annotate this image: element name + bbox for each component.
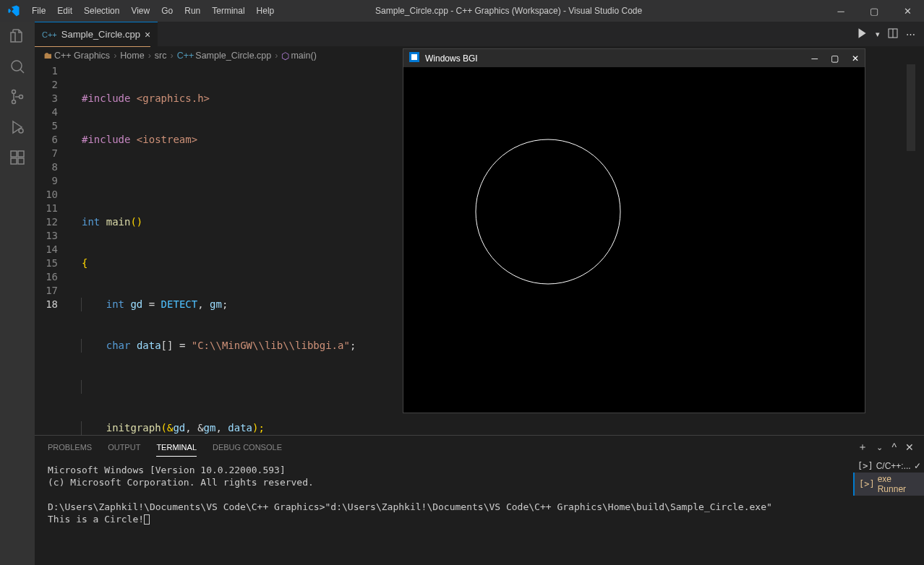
drawn-circle xyxy=(476,139,620,284)
svg-rect-5 xyxy=(11,151,17,157)
breadcrumb-item[interactable]: C++ Graphics xyxy=(54,51,110,61)
window-title: Sample_Circle.cpp - C++ Graphics (Worksp… xyxy=(193,6,824,16)
svg-point-1 xyxy=(12,90,16,94)
breadcrumb-item[interactable]: Sample_Circle.cpp xyxy=(195,51,271,61)
terminal-shell-icon: [>] xyxy=(857,461,873,471)
terminal-item-exe-runner[interactable]: [>] exe Runner xyxy=(853,473,924,496)
terminal-list: [>] C/C++:... ✓ [>] exe Runner xyxy=(853,460,924,496)
terminal-output[interactable]: Microsoft Windows [Version 10.0.22000.59… xyxy=(35,460,924,530)
svg-rect-8 xyxy=(18,151,24,157)
terminal-item-label: exe Runner xyxy=(878,474,920,494)
function-icon: ⬡ xyxy=(281,51,289,61)
svg-point-0 xyxy=(12,61,22,71)
window-maximize-button[interactable]: ▢ xyxy=(857,0,891,22)
breadcrumb-item[interactable]: src xyxy=(155,51,167,61)
menu-view[interactable]: View xyxy=(125,6,155,16)
split-editor-icon[interactable] xyxy=(887,27,899,41)
svg-point-3 xyxy=(20,95,23,99)
bgi-close-button[interactable]: ✕ xyxy=(852,53,859,64)
tab-label: Sample_Circle.cpp xyxy=(61,29,140,40)
terminal-shell-icon: [>] xyxy=(859,479,875,489)
bgi-title-label: Windows BGI xyxy=(425,53,478,64)
terminal-cursor xyxy=(144,514,150,525)
line-numbers: 123456789101112131415161718 xyxy=(35,64,71,311)
new-terminal-icon[interactable]: ＋ xyxy=(857,441,868,454)
tab-close-icon[interactable]: × xyxy=(145,29,150,40)
breadcrumb-item[interactable]: Home xyxy=(120,51,144,61)
breadcrumbs[interactable]: 🖿 C++ Graphics › Home › src › C++ Sample… xyxy=(43,47,317,64)
titlebar: File Edit Selection View Go Run Terminal… xyxy=(0,0,924,22)
terminal-dropdown-icon[interactable]: ⌄ xyxy=(876,443,883,452)
cpp-file-icon: C++ xyxy=(177,51,194,61)
menu-file[interactable]: File xyxy=(26,6,51,16)
panel-tabs: PROBLEMS OUTPUT TERMINAL DEBUG CONSOLE ＋… xyxy=(35,436,924,460)
run-debug-icon[interactable] xyxy=(9,118,26,136)
svg-rect-11 xyxy=(411,54,417,60)
breadcrumb-item[interactable]: main() xyxy=(291,51,316,61)
terminal-item-label: C/C++:... xyxy=(876,461,911,471)
run-play-icon[interactable] xyxy=(855,27,868,42)
bgi-app-icon xyxy=(409,52,419,64)
cpp-file-icon: C++ xyxy=(42,30,57,39)
search-icon[interactable] xyxy=(9,58,26,75)
minimap[interactable] xyxy=(910,64,915,310)
tab-sample-circle[interactable]: C++ Sample_Circle.cpp × xyxy=(35,22,158,46)
bgi-minimize-button[interactable]: ─ xyxy=(811,53,818,64)
svg-point-2 xyxy=(12,100,16,104)
svg-rect-6 xyxy=(11,158,17,164)
run-dropdown-icon[interactable]: ▾ xyxy=(876,30,880,39)
terminal-item-cpp[interactable]: [>] C/C++:... ✓ xyxy=(853,460,924,473)
bgi-canvas xyxy=(403,67,865,413)
menu-go[interactable]: Go xyxy=(155,6,179,16)
activity-bar xyxy=(0,22,35,565)
check-icon: ✓ xyxy=(914,461,921,471)
extensions-icon[interactable] xyxy=(9,149,26,166)
window-minimize-button[interactable]: ─ xyxy=(824,0,857,22)
tab-output[interactable]: OUTPUT xyxy=(108,443,140,452)
menu-edit[interactable]: Edit xyxy=(51,6,78,16)
minimap-slider[interactable] xyxy=(907,64,915,151)
editor-tabs: C++ Sample_Circle.cpp × ▾ ⋯ xyxy=(35,22,924,47)
bottom-panel: PROBLEMS OUTPUT TERMINAL DEBUG CONSOLE ＋… xyxy=(35,435,924,565)
bgi-window[interactable]: Windows BGI ─ ▢ ✕ xyxy=(403,48,865,413)
more-actions-icon[interactable]: ⋯ xyxy=(906,29,915,40)
folder-icon: 🖿 xyxy=(43,51,53,61)
svg-point-4 xyxy=(19,129,23,133)
bgi-maximize-button[interactable]: ▢ xyxy=(831,53,839,64)
vscode-logo-icon xyxy=(7,4,20,17)
bgi-titlebar[interactable]: Windows BGI ─ ▢ ✕ xyxy=(403,49,865,67)
panel-close-icon[interactable]: ✕ xyxy=(905,441,914,453)
tab-terminal[interactable]: TERMINAL xyxy=(156,443,197,457)
window-close-button[interactable]: ✕ xyxy=(891,0,924,22)
svg-rect-7 xyxy=(18,158,24,164)
source-control-icon[interactable] xyxy=(9,88,26,105)
tab-problems[interactable]: PROBLEMS xyxy=(48,443,92,452)
menu-selection[interactable]: Selection xyxy=(78,6,125,16)
panel-maximize-icon[interactable]: ^ xyxy=(891,441,897,453)
tab-debug-console[interactable]: DEBUG CONSOLE xyxy=(213,443,282,452)
explorer-icon[interactable] xyxy=(9,27,26,45)
